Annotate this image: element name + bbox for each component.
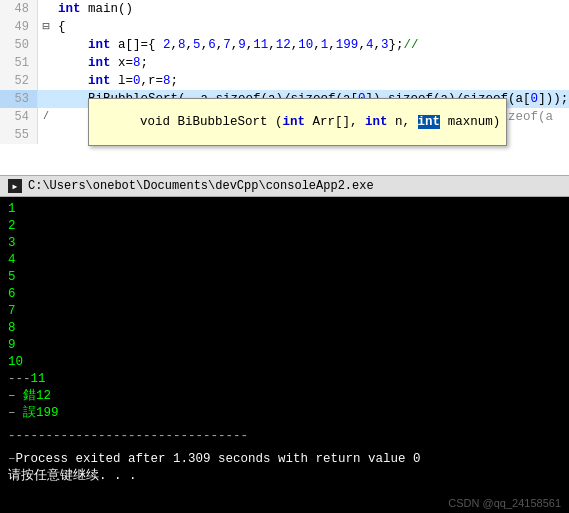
console-line-1: 1 bbox=[8, 201, 561, 218]
autocomplete-int2: int bbox=[365, 115, 388, 129]
console-num-6: 6 bbox=[8, 286, 16, 303]
line-number-51: 51 bbox=[0, 54, 38, 72]
code-lines: 48 int main() 49 ⊟ { 50 int a[]={ 2,8,5,… bbox=[0, 0, 569, 175]
console-num-10: 10 bbox=[8, 354, 23, 371]
code-editor[interactable]: 48 int main() 49 ⊟ { 50 int a[]={ 2,8,5,… bbox=[0, 0, 569, 175]
console-num-2: 2 bbox=[8, 218, 16, 235]
autocomplete-popup[interactable]: void BiBubbleSort (int Arr[], int n, int… bbox=[88, 98, 507, 146]
console-wrapper[interactable]: 1 2 3 4 5 6 7 8 9 10 ---11 – 錯12 – 誤199 … bbox=[0, 197, 569, 513]
line-number-52: 52 bbox=[0, 72, 38, 90]
console-num-199: 誤199 bbox=[16, 405, 59, 422]
console-content: 1 2 3 4 5 6 7 8 9 10 ---11 – 錯12 – 誤199 … bbox=[0, 197, 569, 489]
process-text: Process exited after 1.309 seconds with … bbox=[16, 451, 421, 468]
console-num-5: 5 bbox=[8, 269, 16, 286]
line-marker-49: ⊟ bbox=[38, 18, 54, 36]
separator-text: -------------------------------- bbox=[8, 428, 248, 445]
line-number-53: 53 bbox=[0, 90, 38, 108]
app-container: 48 int main() 49 ⊟ { 50 int a[]={ 2,8,5,… bbox=[0, 0, 569, 513]
code-line-48: 48 int main() bbox=[0, 0, 569, 18]
console-process: –Process exited after 1.309 seconds with… bbox=[8, 451, 561, 468]
console-line-7: 7 bbox=[8, 303, 561, 320]
autocomplete-prefix: void BiBubbleSort ( bbox=[140, 115, 283, 129]
console-dash-3: – bbox=[8, 405, 16, 422]
console-line-10: 10 bbox=[8, 354, 561, 371]
console-dash-2: – bbox=[8, 388, 16, 405]
console-num-9: 9 bbox=[8, 337, 16, 354]
line-content-52: int l=0,r=8; bbox=[54, 72, 178, 90]
console-line-2: 2 bbox=[8, 218, 561, 235]
autocomplete-suffix: maxnum) bbox=[440, 115, 500, 129]
console-num-11: 11 bbox=[31, 371, 46, 388]
console-num-8: 8 bbox=[8, 320, 16, 337]
console-num-1: 1 bbox=[8, 201, 16, 218]
autocomplete-int: int bbox=[283, 115, 306, 129]
console-line-9: 9 bbox=[8, 337, 561, 354]
console-line-4: 4 bbox=[8, 252, 561, 269]
watermark-text: CSDN @qq_24158561 bbox=[448, 497, 561, 509]
console-line-11: ---11 bbox=[8, 371, 561, 388]
bottom-section: 1 2 3 4 5 6 7 8 9 10 ---11 – 錯12 – 誤199 … bbox=[0, 197, 569, 513]
line-number-55: 55 bbox=[0, 126, 38, 144]
console-line-12: – 錯12 bbox=[8, 388, 561, 405]
autocomplete-arr: Arr[], bbox=[305, 115, 365, 129]
terminal-path: C:\Users\onebot\Documents\devCpp\console… bbox=[28, 179, 374, 193]
code-line-51: 51 int x=8; bbox=[0, 54, 569, 72]
console-area[interactable]: 1 2 3 4 5 6 7 8 9 10 ---11 – 錯12 – 誤199 … bbox=[0, 197, 569, 513]
autocomplete-n: n, bbox=[388, 115, 418, 129]
console-num-7: 7 bbox=[8, 303, 16, 320]
prompt-text: 请按任意键继续. . . bbox=[8, 468, 137, 485]
console-separator: -------------------------------- bbox=[8, 428, 561, 445]
console-num-12: 錯12 bbox=[16, 388, 52, 405]
line-number-50: 50 bbox=[0, 36, 38, 54]
autocomplete-int-highlight: int bbox=[418, 115, 441, 129]
code-line-49: 49 ⊟ { bbox=[0, 18, 569, 36]
process-prefix: – bbox=[8, 451, 16, 468]
console-dashes-1: --- bbox=[8, 371, 31, 388]
line-number-49: 49 bbox=[0, 18, 38, 36]
console-line-8: 8 bbox=[8, 320, 561, 337]
line-content-51: int x=8; bbox=[54, 54, 148, 72]
line-marker-54: / bbox=[38, 108, 54, 126]
line-content-50: int a[]={ 2,8,5,6,7,9,11,12,10,1,199,4,3… bbox=[54, 36, 418, 54]
line-content-48: int main() bbox=[54, 0, 133, 18]
console-num-4: 4 bbox=[8, 252, 16, 269]
console-line-3: 3 bbox=[8, 235, 561, 252]
console-line-199: – 誤199 bbox=[8, 405, 561, 422]
console-prompt: 请按任意键继续. . . bbox=[8, 468, 561, 485]
terminal-icon bbox=[8, 179, 22, 193]
line-content-49: { bbox=[54, 18, 66, 36]
line-number-48: 48 bbox=[0, 0, 38, 18]
console-line-5: 5 bbox=[8, 269, 561, 286]
watermark: CSDN @qq_24158561 bbox=[448, 497, 561, 509]
terminal-bar: C:\Users\onebot\Documents\devCpp\console… bbox=[0, 175, 569, 197]
console-line-6: 6 bbox=[8, 286, 561, 303]
line-number-54: 54 bbox=[0, 108, 38, 126]
console-num-3: 3 bbox=[8, 235, 16, 252]
code-line-50: 50 int a[]={ 2,8,5,6,7,9,11,12,10,1,199,… bbox=[0, 36, 569, 54]
code-line-52: 52 int l=0,r=8; bbox=[0, 72, 569, 90]
